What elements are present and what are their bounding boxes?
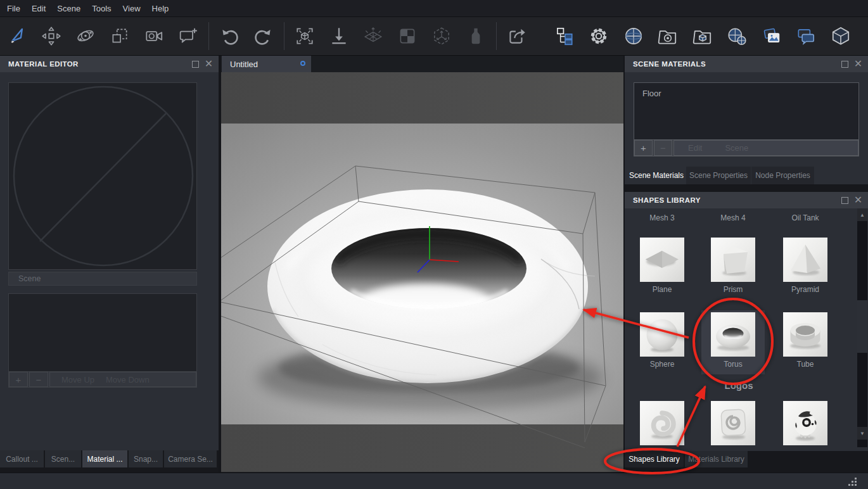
menu-help[interactable]: Help (146, 0, 175, 17)
select-arrow-button[interactable] (0, 20, 34, 53)
tab-camera-se[interactable]: Camera Se... (164, 450, 217, 467)
share-export-button[interactable] (500, 20, 534, 53)
shape-thumbnail-pyramid (783, 238, 827, 282)
tab-material[interactable]: Material ... (82, 450, 127, 467)
checker-button[interactable] (390, 20, 424, 53)
settings-gear-button[interactable] (582, 20, 616, 53)
panel-divider (625, 184, 868, 192)
menu-tools[interactable]: Tools (86, 0, 117, 17)
close-icon[interactable]: ✕ (853, 60, 863, 69)
scroll-down-icon[interactable]: ▼ (857, 427, 867, 440)
maximize-icon[interactable] (191, 60, 200, 69)
zoom-extents-button[interactable] (288, 20, 322, 53)
hex-axes-icon (431, 25, 452, 47)
scroll-up-icon[interactable]: ▲ (857, 208, 867, 221)
chat-bubbles-button[interactable] (789, 20, 824, 53)
scene-name-field[interactable]: Scene (8, 272, 197, 286)
document-tab-label: Untitled (230, 60, 258, 69)
orbit-tool-icon (75, 25, 96, 47)
viewport-3d[interactable] (221, 72, 623, 472)
menu-edit[interactable]: Edit (26, 0, 51, 17)
cube-button[interactable] (824, 20, 858, 53)
tab-node-properties[interactable]: Node Properties (751, 167, 814, 184)
resize-grip-icon[interactable] (848, 478, 857, 486)
library-tabs: Shapes LibraryMaterials Library (625, 451, 868, 467)
folder-target-button[interactable] (651, 20, 686, 53)
material-preview[interactable] (8, 82, 197, 270)
material-sphere-button[interactable] (616, 20, 651, 53)
add-callout-button[interactable] (171, 20, 205, 53)
material-layers-list[interactable]: + − Move Up Move Down (8, 293, 197, 388)
drop-to-ground-button[interactable] (322, 20, 356, 53)
shapes-scrollbar[interactable]: ▲ ▼ (857, 208, 867, 447)
render-camera-icon (143, 25, 165, 47)
document-tab-untitled[interactable]: Untitled (222, 56, 311, 72)
scene-tree-button[interactable] (547, 20, 582, 53)
shape-label-mesh-4: Mesh 4 (701, 213, 765, 222)
spheres-pair-button[interactable] (720, 20, 755, 53)
add-material-button[interactable]: + (634, 140, 653, 156)
menu-scene[interactable]: Scene (51, 0, 86, 17)
shape-item-plane[interactable]: Plane (630, 238, 694, 294)
scene-materials-tabs: Scene MaterialsScene PropertiesNode Prop… (627, 167, 868, 184)
move-down-button[interactable]: Move Down (106, 375, 150, 384)
shape-item-logo-robot[interactable] (774, 401, 837, 445)
material-list-item-floor[interactable]: Floor (634, 83, 858, 98)
shape-item-logo-tile[interactable] (701, 401, 765, 445)
render-camera-button[interactable] (137, 20, 171, 53)
bottle-button[interactable] (459, 20, 493, 53)
remove-material-button[interactable]: − (654, 140, 672, 156)
tab-scen[interactable]: Scen... (45, 450, 81, 467)
hex-axes-button[interactable] (424, 20, 459, 53)
explode-icon (362, 25, 384, 47)
scene-materials-list[interactable]: Floor + − Edit Scene (634, 82, 859, 156)
explode-button[interactable] (356, 20, 390, 53)
material-layers-buttons: + − Move Up Move Down (9, 371, 196, 387)
close-icon[interactable]: ✕ (853, 196, 863, 205)
shape-item-pyramid[interactable]: Pyramid (774, 238, 837, 294)
tab-snap[interactable]: Snap... (129, 450, 163, 467)
menu-view[interactable]: View (117, 0, 146, 17)
material-editor-titlebar: MATERIAL EDITOR ✕ (0, 56, 219, 72)
move-up-button[interactable]: Move Up (61, 375, 94, 384)
duplicate-icon (109, 25, 131, 47)
tab-callout[interactable]: Callout ... (0, 450, 44, 467)
shape-thumbnail-prism (711, 238, 755, 282)
shape-thumbnail-logo-tile (711, 401, 755, 445)
orbit-tool-button[interactable] (68, 20, 103, 53)
redo-icon (253, 25, 274, 47)
select-arrow-icon (6, 25, 28, 47)
menu-file[interactable]: File (1, 0, 26, 17)
remove-layer-button[interactable]: − (29, 372, 48, 387)
shape-item-sphere[interactable]: Sphere (630, 312, 694, 369)
scene-materials-title: SCENE MATERIALS (633, 60, 836, 68)
shape-item-tube[interactable]: Tube (774, 312, 837, 369)
shape-item-logo-swirl[interactable] (630, 401, 694, 445)
shape-thumbnail-tube (783, 312, 827, 357)
folder-cube-icon (692, 25, 713, 47)
close-icon[interactable]: ✕ (204, 60, 214, 69)
scrollbar-thumb[interactable] (857, 300, 867, 353)
add-layer-button[interactable]: + (9, 372, 28, 387)
material-editor-title: MATERIAL EDITOR (8, 60, 187, 68)
tab-shapes-library[interactable]: Shapes Library (625, 451, 684, 467)
move-tool-button[interactable] (34, 20, 68, 53)
scene-material-button[interactable]: Scene (725, 143, 748, 153)
edit-material-button[interactable]: Edit (688, 143, 702, 153)
tab-scene-materials[interactable]: Scene Materials (627, 167, 686, 184)
shape-label-prism: Prism (701, 285, 765, 294)
duplicate-button[interactable] (103, 20, 137, 53)
maximize-icon[interactable] (840, 196, 850, 205)
folder-cube-button[interactable] (686, 20, 720, 53)
tab-scene-properties[interactable]: Scene Properties (686, 167, 751, 184)
shape-item-torus[interactable]: Torus (701, 312, 765, 369)
shape-label-mesh-3: Mesh 3 (630, 213, 694, 222)
undo-button[interactable] (212, 20, 246, 53)
scene-materials-titlebar: SCENE MATERIALS ✕ (625, 56, 868, 72)
maximize-icon[interactable] (840, 60, 850, 69)
tab-materials-library[interactable]: Materials Library (685, 451, 748, 467)
photos-button[interactable] (755, 20, 789, 53)
viewport-area: Untitled (221, 56, 623, 473)
shape-item-prism[interactable]: Prism (701, 238, 765, 294)
redo-button[interactable] (246, 20, 281, 53)
